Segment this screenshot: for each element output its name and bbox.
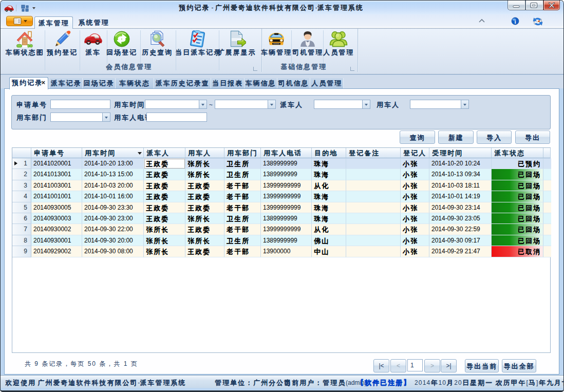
svg-text:i: i (514, 18, 516, 25)
